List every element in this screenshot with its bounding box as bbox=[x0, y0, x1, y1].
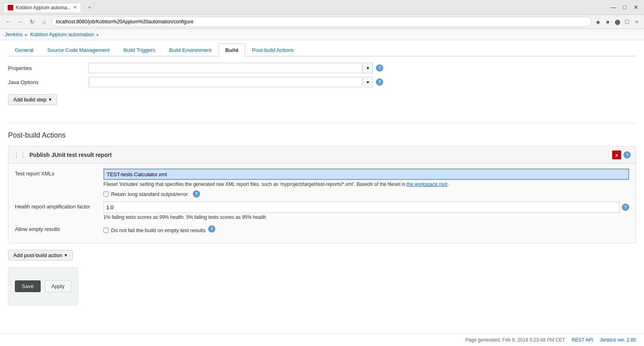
post-build-section: Post-build Actions ⋮⋮ Publish JUnit test… bbox=[8, 131, 636, 305]
close-button[interactable]: ✕ bbox=[631, 2, 641, 12]
junit-panel-help-icon[interactable]: ? bbox=[623, 151, 631, 159]
ext-icon-5[interactable]: ≡ bbox=[633, 18, 641, 26]
address-bar[interactable] bbox=[52, 16, 592, 27]
junit-panel-close-button[interactable]: x bbox=[612, 150, 621, 159]
home-button[interactable]: ⌂ bbox=[39, 17, 49, 27]
health-control: ? 1% failing tests scores as 99% health.… bbox=[103, 202, 629, 220]
add-build-step-label: Add build step bbox=[13, 97, 46, 103]
properties-input[interactable] bbox=[89, 63, 362, 73]
panel-drag-handle[interactable]: ⋮⋮ bbox=[13, 151, 26, 159]
java-options-input[interactable] bbox=[89, 77, 362, 87]
allow-empty-input-group: Do not fail the build on empty test resu… bbox=[103, 224, 629, 233]
allow-empty-control: Do not fail the build on empty test resu… bbox=[103, 224, 629, 233]
reload-button[interactable]: ↻ bbox=[27, 17, 37, 27]
java-options-label: Java Options bbox=[8, 77, 89, 88]
properties-row: Properties ▼ ? bbox=[8, 63, 636, 74]
allow-empty-help-icon[interactable]: ? bbox=[208, 225, 215, 233]
add-post-build-area: Add post-build action ▼ bbox=[8, 250, 636, 261]
build-form-section: Properties ▼ ? Java Options ▼ ? bbox=[8, 56, 636, 118]
add-post-build-label: Add post-build action bbox=[13, 252, 62, 258]
breadcrumb-sep-1: ► bbox=[24, 32, 29, 37]
junit-panel-header: ⋮⋮ Publish JUnit test result report x ? bbox=[8, 146, 636, 164]
retain-checkbox-label: Retain long standard output/error bbox=[111, 191, 188, 197]
tab-source-code[interactable]: Source Code Management bbox=[40, 43, 116, 56]
retain-help-icon[interactable]: ? bbox=[193, 190, 200, 198]
junit-panel-title: Publish JUnit test result report bbox=[29, 152, 612, 158]
save-button[interactable]: Save bbox=[15, 280, 41, 292]
tab-post-build[interactable]: Post-build Actions bbox=[245, 43, 300, 56]
properties-control: ▼ ? bbox=[89, 63, 636, 73]
properties-label: Properties bbox=[8, 63, 89, 74]
add-build-step-area: Add build step ▼ bbox=[8, 94, 636, 105]
allow-empty-checkbox-row: Do not fail the build on empty test resu… bbox=[103, 227, 206, 233]
ext-icon-3[interactable]: ⬤ bbox=[613, 18, 621, 26]
back-button[interactable]: ← bbox=[3, 17, 13, 27]
health-input-group: ? bbox=[103, 202, 629, 213]
add-build-step-button[interactable]: Add build step ▼ bbox=[8, 94, 57, 105]
breadcrumb-jenkins[interactable]: Jenkins bbox=[5, 31, 23, 37]
help-text-part2: . bbox=[449, 181, 450, 187]
tab-build-environment[interactable]: Build Environment bbox=[162, 43, 219, 56]
new-tab-button[interactable]: + bbox=[85, 2, 94, 12]
browser-tab[interactable]: Kobtion Appium automa... ✕ bbox=[3, 3, 81, 12]
breadcrumb-sep-2: ► bbox=[96, 32, 100, 37]
allow-empty-row: Allow empty results Do not fail the buil… bbox=[15, 224, 629, 234]
test-report-help-text: Fileset 'includes' setting that specifie… bbox=[103, 181, 629, 187]
ext-icon-2[interactable]: ■ bbox=[604, 18, 612, 26]
help-text-part1: Fileset 'includes' setting that specifie… bbox=[103, 181, 405, 187]
health-label: Health report amplification factor bbox=[15, 202, 103, 212]
ext-icon-1[interactable]: ◆ bbox=[594, 18, 602, 26]
breadcrumb-job[interactable]: Kobtion Appium automation bbox=[30, 31, 94, 37]
health-help-icon[interactable]: ? bbox=[622, 204, 629, 211]
tab-title: Kobtion Appium automa... bbox=[16, 5, 71, 10]
tabs-bar: General Source Code Management Build Tri… bbox=[8, 40, 636, 56]
health-input[interactable] bbox=[103, 202, 619, 213]
test-report-control: Fileset 'includes' setting that specifie… bbox=[103, 169, 629, 198]
add-post-build-arrow-icon: ▼ bbox=[64, 253, 68, 257]
browser-chrome: Kobtion Appium automa... ✕ + — □ ✕ ← → ↻… bbox=[0, 0, 644, 29]
junit-panel-body: Test report XMLs Fileset 'includes' sett… bbox=[8, 164, 636, 243]
test-report-row: Test report XMLs Fileset 'includes' sett… bbox=[15, 169, 629, 198]
java-options-row: Java Options ▼ ? bbox=[8, 77, 636, 88]
browser-extensions: ◆ ■ ⬤ ☐ ≡ bbox=[594, 18, 641, 26]
properties-input-group: ▼ ? bbox=[89, 63, 636, 73]
section-divider bbox=[8, 123, 636, 123]
minimize-button[interactable]: — bbox=[609, 2, 618, 12]
java-options-help-icon[interactable]: ? bbox=[376, 78, 383, 86]
allow-empty-checkbox[interactable] bbox=[103, 228, 109, 233]
junit-panel: ⋮⋮ Publish JUnit test result report x ? … bbox=[8, 146, 636, 243]
maximize-button[interactable]: □ bbox=[620, 2, 630, 12]
java-options-control: ▼ ? bbox=[89, 77, 636, 87]
tab-build-triggers[interactable]: Build Triggers bbox=[117, 43, 162, 56]
ext-icon-4[interactable]: ☐ bbox=[623, 18, 631, 26]
breadcrumb: Jenkins ► Kobtion Appium automation ► bbox=[0, 29, 644, 40]
forward-button[interactable]: → bbox=[15, 17, 25, 27]
tab-general[interactable]: General bbox=[8, 43, 40, 56]
properties-help-icon[interactable]: ? bbox=[376, 64, 383, 72]
java-options-dropdown-btn[interactable]: ▼ bbox=[363, 77, 373, 87]
browser-titlebar: Kobtion Appium automa... ✕ + — □ ✕ bbox=[0, 0, 644, 15]
tab-close-button[interactable]: ✕ bbox=[73, 5, 77, 10]
workspace-root-link[interactable]: the workspace root bbox=[407, 181, 447, 187]
bottom-buttons: Save Apply bbox=[15, 274, 71, 299]
add-post-build-button[interactable]: Add post-build action ▼ bbox=[8, 250, 73, 261]
retain-checkbox-row: Retain long standard output/error ? bbox=[103, 190, 629, 198]
main-content: General Source Code Management Build Tri… bbox=[0, 40, 644, 305]
add-build-step-arrow-icon: ▼ bbox=[48, 97, 52, 102]
allow-empty-checkbox-label: Do not fail the build on empty test resu… bbox=[111, 227, 206, 233]
window-controls: — □ ✕ bbox=[609, 2, 641, 12]
apply-button[interactable]: Apply bbox=[45, 280, 72, 292]
retain-checkbox[interactable] bbox=[103, 192, 109, 197]
properties-dropdown-btn[interactable]: ▼ bbox=[363, 63, 373, 73]
save-area: Save Apply bbox=[8, 267, 78, 305]
post-build-section-title: Post-build Actions bbox=[8, 131, 636, 140]
tab-build[interactable]: Build bbox=[219, 43, 246, 56]
test-report-label: Test report XMLs bbox=[15, 169, 103, 179]
browser-toolbar: ← → ↻ ⌂ ◆ ■ ⬤ ☐ ≡ bbox=[0, 15, 644, 29]
health-description: 1% failing tests scores as 99% health. 5… bbox=[103, 214, 629, 220]
test-report-input[interactable] bbox=[103, 169, 629, 180]
allow-empty-label: Allow empty results bbox=[15, 224, 103, 234]
java-options-input-group: ▼ ? bbox=[89, 77, 636, 87]
tab-favicon bbox=[8, 5, 13, 10]
health-row: Health report amplification factor ? 1% … bbox=[15, 202, 629, 220]
